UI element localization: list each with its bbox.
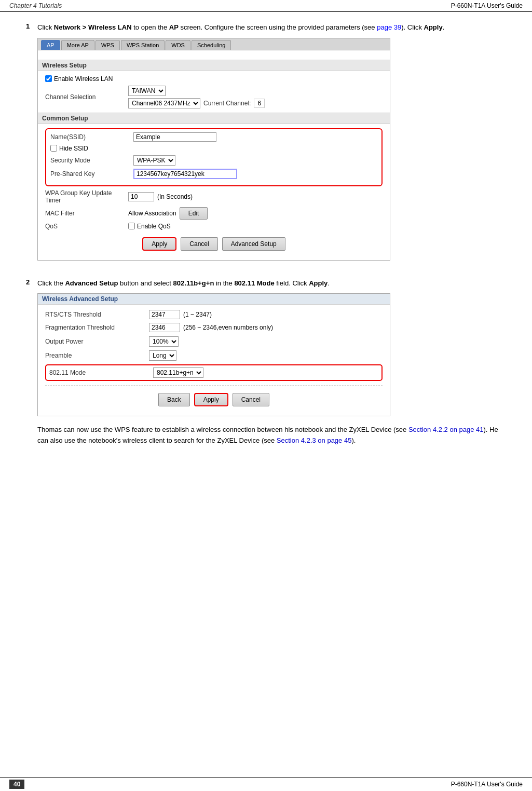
output-power-row: Output Power 100% bbox=[45, 336, 383, 347]
adv-divider-2 bbox=[45, 385, 383, 386]
tab-bar-1: AP More AP WPS WPS Station WDS Schedulin… bbox=[38, 38, 390, 50]
para-link-2[interactable]: Section 4.2.3 on page 45 bbox=[277, 437, 352, 444]
mac-filter-association: Allow Association bbox=[128, 210, 176, 217]
mac-filter-row: MAC Filter Allow Association Edit bbox=[45, 207, 383, 220]
para-link-1[interactable]: Section 4.2.2 on page 41 bbox=[408, 426, 484, 433]
taiwan-select[interactable]: TAIWAN bbox=[128, 86, 166, 96]
rts-input[interactable] bbox=[149, 310, 180, 319]
channel-value: TAIWAN Channel06 2437MHz Current Channel… bbox=[128, 86, 265, 108]
screenshot-1: AP More AP WPS WPS Station WDS Schedulin… bbox=[37, 38, 390, 261]
step-1-number: 1 bbox=[26, 22, 37, 269]
tab-more-ap[interactable]: More AP bbox=[61, 40, 94, 50]
tab-wps[interactable]: WPS bbox=[96, 40, 120, 50]
step1-apply-label: Apply bbox=[424, 23, 443, 31]
wpa-group-row: WPA Group Key Update Timer (In Seconds) bbox=[45, 189, 383, 204]
footer-guide-title: P-660N-T1A User's Guide bbox=[451, 781, 523, 788]
frag-value: (256 ~ 2346,even numbers only) bbox=[149, 323, 273, 332]
tab-wps-station[interactable]: WPS Station bbox=[121, 40, 165, 50]
wpa-group-label: WPA Group Key Update Timer bbox=[45, 189, 128, 204]
qos-enable-label: Enable QoS bbox=[137, 223, 171, 230]
step2-mode-value-label: 802.11b+g+n bbox=[173, 279, 214, 287]
para-text-1: Thomas can now use the WPS feature to es… bbox=[37, 426, 408, 433]
step-2: 2 Click the Advanced Setup button and se… bbox=[26, 278, 506, 446]
button-row-1: Apply Cancel Advanced Setup bbox=[45, 237, 383, 251]
hide-ssid-checkbox[interactable] bbox=[50, 145, 57, 152]
adv-form-area: RTS/CTS Threshold (1 ~ 2347) Fragmentati… bbox=[38, 305, 390, 416]
enable-wireless-row: Enable Wireless LAN bbox=[45, 75, 383, 83]
pre-shared-key-input[interactable] bbox=[133, 169, 237, 179]
guide-title: P-660N-T1A User's Guide bbox=[451, 2, 523, 9]
rts-range: (1 ~ 2347) bbox=[183, 311, 212, 318]
rts-label: RTS/CTS Threshold bbox=[45, 311, 149, 318]
output-power-select[interactable]: 100% bbox=[149, 336, 179, 347]
step2-mode-field-label: 802.11 Mode bbox=[234, 279, 274, 287]
channel-selection-row: Channel Selection TAIWAN Channel06 2437M… bbox=[45, 86, 383, 108]
screenshot-2: Wireless Advanced Setup RTS/CTS Threshol… bbox=[37, 293, 390, 416]
pre-shared-key-value bbox=[133, 169, 237, 179]
frag-range: (256 ~ 2346,even numbers only) bbox=[183, 324, 273, 331]
channel-label: Channel Selection bbox=[45, 93, 128, 101]
output-power-value: 100% bbox=[149, 336, 179, 347]
security-mode-value: WPA-PSK bbox=[133, 155, 175, 166]
name-ssid-row: Name(SSID) bbox=[50, 132, 377, 142]
security-mode-row: Security Mode WPA-PSK bbox=[50, 155, 377, 166]
common-setup-header: Common Setup bbox=[38, 113, 390, 124]
channel-select[interactable]: Channel06 2437MHz bbox=[128, 98, 200, 108]
qos-checkbox[interactable] bbox=[128, 223, 135, 229]
enable-wireless-checkbox[interactable] bbox=[45, 75, 52, 82]
step-2-text: Click the Advanced Setup button and sele… bbox=[37, 278, 506, 289]
name-ssid-label: Name(SSID) bbox=[50, 133, 133, 141]
page-header: Chapter 4 Tutorials P-660N-T1A User's Gu… bbox=[0, 0, 532, 12]
adv-section-header: Wireless Advanced Setup bbox=[38, 294, 390, 305]
apply-button-2[interactable]: Apply bbox=[194, 393, 228, 406]
mode-select[interactable]: 802.11b+g+n bbox=[153, 367, 203, 378]
taiwan-dropdown: TAIWAN bbox=[128, 86, 265, 96]
tab-ap[interactable]: AP bbox=[41, 40, 60, 50]
mac-filter-edit-button[interactable]: Edit bbox=[180, 207, 208, 220]
step-1-text: Click Network > Wireless LAN to open the… bbox=[37, 22, 506, 33]
wpa-group-unit: (In Seconds) bbox=[157, 193, 193, 200]
frag-label: Fragmentation Threshold bbox=[45, 324, 149, 331]
frag-input[interactable] bbox=[149, 323, 180, 332]
step2-apply-label: Apply bbox=[309, 279, 328, 287]
advanced-setup-button[interactable]: Advanced Setup bbox=[222, 237, 285, 251]
step-1-content: Click Network > Wireless LAN to open the… bbox=[37, 22, 506, 269]
security-mode-label: Security Mode bbox=[50, 157, 133, 164]
cancel-button-1[interactable]: Cancel bbox=[181, 237, 217, 251]
mode-value: 802.11b+g+n bbox=[153, 367, 203, 378]
hide-ssid-row: Hide SSID bbox=[50, 145, 377, 152]
tab-wds[interactable]: WDS bbox=[166, 40, 190, 50]
security-mode-select[interactable]: WPA-PSK bbox=[133, 155, 175, 166]
preamble-select[interactable]: Long bbox=[149, 350, 176, 361]
mac-filter-value: Allow Association Edit bbox=[128, 207, 208, 220]
apply-button-1[interactable]: Apply bbox=[142, 237, 176, 251]
tab-scheduling[interactable]: Scheduling bbox=[192, 40, 231, 50]
preamble-row: Preamble Long bbox=[45, 350, 383, 361]
qos-value: Enable QoS bbox=[128, 223, 171, 230]
button-row-2: Back Apply Cancel bbox=[45, 393, 383, 406]
cancel-button-2[interactable]: Cancel bbox=[233, 393, 269, 406]
name-ssid-value bbox=[133, 132, 216, 142]
name-ssid-input[interactable] bbox=[133, 132, 216, 142]
step2-advanced-setup-label: Advanced Setup bbox=[65, 279, 118, 287]
mac-filter-label: MAC Filter bbox=[45, 210, 128, 217]
qos-row: QoS Enable QoS bbox=[45, 223, 383, 230]
rts-row: RTS/CTS Threshold (1 ~ 2347) bbox=[45, 310, 383, 319]
mode-label: 802.11 Mode bbox=[49, 369, 153, 376]
preamble-label: Preamble bbox=[45, 352, 149, 359]
step1-page-link[interactable]: page 39 bbox=[377, 23, 401, 31]
wpa-group-value: (In Seconds) bbox=[128, 192, 193, 201]
pre-shared-key-label: Pre-Shared Key bbox=[50, 170, 133, 178]
qos-label: QoS bbox=[45, 223, 128, 230]
paragraph-text: Thomas can now use the WPS feature to es… bbox=[37, 425, 506, 446]
hide-ssid-label: Hide SSID bbox=[59, 145, 88, 152]
main-content: 1 Click Network > Wireless LAN to open t… bbox=[0, 12, 532, 487]
back-button[interactable]: Back bbox=[158, 393, 190, 406]
step-1: 1 Click Network > Wireless LAN to open t… bbox=[26, 22, 506, 269]
current-channel-label: Current Channel: bbox=[203, 100, 251, 107]
step1-ap-label: AP bbox=[169, 23, 179, 31]
pre-shared-key-row: Pre-Shared Key bbox=[50, 169, 377, 179]
highlighted-fields: Name(SSID) Hide SSID Security Mode bbox=[45, 128, 383, 186]
wpa-group-input[interactable] bbox=[128, 192, 154, 201]
page-footer: 40 P-660N-T1A User's Guide bbox=[0, 777, 532, 791]
